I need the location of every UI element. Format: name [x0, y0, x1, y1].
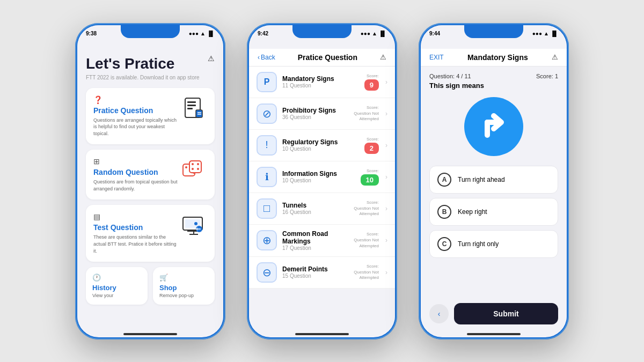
demerit-sub: 15 Question — [282, 273, 348, 279]
question-score: Score: 1 — [536, 73, 558, 79]
information-score: 10 — [361, 174, 379, 186]
mandatory-chevron-icon: › — [385, 78, 387, 86]
test-title: Test Question — [93, 223, 179, 232]
list-item-information[interactable]: ℹ Information Signs 10 Question Score: 1… — [249, 161, 395, 193]
shop-card[interactable]: 🛒 Shop Remove pop-up — [153, 267, 215, 305]
test-question-card[interactable]: ▤ Test Question These are questions simi… — [86, 205, 215, 262]
phone3-content: Question: 4 / 11 Score: 1 This sign mean… — [421, 67, 567, 298]
practice-title: Pratice Question — [93, 106, 179, 115]
svg-rect-3 — [187, 108, 193, 109]
list-item-regulatory[interactable]: ! Regulartory Signs 10 Question Score: 2… — [249, 130, 395, 161]
time-1: 9:38 — [86, 31, 97, 36]
random-img — [180, 157, 207, 184]
option-b[interactable]: B Keep right — [429, 198, 558, 226]
information-icon: ℹ — [257, 167, 277, 187]
prohibitory-chevron-icon: › — [385, 110, 387, 117]
demerit-score-wrap: Score: Question NotAttempted — [354, 264, 379, 281]
sign-display — [429, 97, 558, 156]
back-label: Back — [261, 54, 275, 61]
regulatory-score-label: Score: — [367, 137, 379, 142]
tunnels-sub: 16 Question — [282, 209, 348, 215]
list-item-demerit[interactable]: ⊖ Demerit Points 15 Question Score: Ques… — [249, 257, 395, 289]
phone2-list: P Mandatory Signs 11 Question Score: 9 ›… — [249, 67, 395, 330]
battery-icon-3: ▐▌ — [551, 31, 558, 36]
shop-title: Shop — [159, 284, 208, 292]
bottom-row: 🕐 History View your 🛒 Shop Remove pop-up — [86, 267, 215, 305]
road-markings-info: Common Road Markings 17 Question — [282, 230, 348, 251]
list-item-mandatory[interactable]: P Mandatory Signs 11 Question Score: 9 › — [249, 67, 395, 98]
prohibitory-icon: ⊘ — [257, 104, 277, 124]
information-score-label: Score: — [367, 168, 379, 173]
signal-icon: ●●● — [189, 31, 199, 36]
page-subtitle-1: FTT 2022 is available. Download it on ap… — [86, 75, 215, 80]
phone3-alert-icon: ⚠ — [552, 53, 558, 61]
regulatory-sub: 10 Question — [282, 146, 359, 152]
status-icons-1: ●●● ▲ ▐▌ — [189, 31, 215, 36]
information-score-wrap: Score: 10 — [361, 168, 379, 186]
random-question-card[interactable]: ⊞ Random Question Questions are from top… — [86, 150, 215, 200]
svg-point-18 — [194, 222, 197, 225]
notch-3 — [464, 25, 523, 38]
status-icons-2: ●●● ▲ ▐▌ — [361, 31, 386, 36]
notch-1 — [121, 25, 180, 38]
back-button[interactable]: ‹ Back — [258, 54, 275, 61]
question-meta: Question: 4 / 11 Score: 1 — [429, 73, 558, 79]
prev-question-button[interactable]: ‹ — [429, 304, 449, 323]
battery-icon-2: ▐▌ — [379, 31, 386, 36]
wifi-icon-3: ▲ — [544, 31, 549, 36]
shop-desc: Remove pop-up — [159, 293, 208, 298]
prev-arrow-icon: ‹ — [438, 309, 441, 318]
test-img — [180, 212, 207, 239]
prohibitory-info: Prohibitory Signs 36 Question — [282, 107, 348, 120]
wifi-icon-2: ▲ — [372, 31, 377, 36]
practice-img — [180, 95, 207, 122]
practice-desc: Questions are arranged topically which i… — [93, 117, 179, 137]
road-markings-sub: 17 Question — [282, 245, 348, 251]
mandatory-name: Mandatory Signs — [282, 75, 359, 83]
option-c[interactable]: C Turn right only — [429, 230, 558, 258]
question-number: Question: 4 / 11 — [429, 73, 471, 79]
phone-1: 9:38 ●●● ▲ ▐▌ ⚠ Let's Pratice FTT 2022 i… — [75, 23, 225, 339]
submit-button[interactable]: Submit — [454, 303, 558, 324]
practice-question-card[interactable]: ❓ Pratice Question Questions are arrange… — [86, 88, 215, 145]
road-markings-score: Question NotAttempted — [354, 238, 379, 249]
list-item-road-markings[interactable]: ⊕ Common Road Markings 17 Question Score… — [249, 225, 395, 257]
svg-point-8 — [185, 166, 187, 168]
road-markings-icon: ⊕ — [257, 230, 277, 250]
phone3-footer: ‹ Submit — [421, 298, 567, 330]
random-title: Random Question — [93, 168, 179, 176]
traffic-sign-circle — [464, 97, 523, 156]
road-markings-score-wrap: Score: Question NotAttempted — [354, 232, 379, 249]
demerit-name: Demerit Points — [282, 265, 348, 273]
option-a[interactable]: A Turn right ahead — [429, 166, 558, 194]
prohibitory-name: Prohibitory Signs — [282, 107, 348, 114]
time-3: 9:44 — [429, 31, 440, 36]
back-chevron-icon: ‹ — [258, 54, 260, 61]
svg-rect-2 — [187, 105, 196, 106]
prohibitory-score-label: Score: — [367, 105, 379, 110]
status-bar-1: 9:38 ●●● ▲ ▐▌ — [77, 25, 223, 49]
wifi-icon: ▲ — [200, 31, 206, 36]
regulatory-info: Regulartory Signs 10 Question — [282, 138, 359, 152]
demerit-score: Question NotAttempted — [354, 270, 379, 281]
list-item-tunnels[interactable]: □ Tunnels 16 Question Score: Question No… — [249, 193, 395, 225]
alert-icon-1: ⚠ — [208, 54, 215, 63]
random-desc: Questions are from topical question but … — [93, 179, 179, 192]
test-desc: These are questions similar to the actua… — [93, 234, 179, 254]
history-card[interactable]: 🕐 History View your — [86, 267, 148, 305]
svg-point-13 — [197, 163, 199, 165]
mandatory-score: 9 — [364, 79, 379, 91]
option-c-text: Turn right only — [458, 240, 499, 248]
svg-point-15 — [197, 168, 199, 170]
mandatory-score-wrap: Score: 9 — [364, 73, 379, 91]
list-item-prohibitory[interactable]: ⊘ Prohibitory Signs 36 Question Score: Q… — [249, 98, 395, 130]
exit-button[interactable]: EXIT — [429, 54, 444, 61]
information-info: Information Signs 10 Question — [282, 170, 355, 183]
svg-point-14 — [192, 168, 194, 170]
option-b-text: Keep right — [458, 208, 487, 216]
prohibitory-score-wrap: Score: Question NotAttempted — [354, 105, 379, 122]
road-markings-name: Common Road Markings — [282, 230, 348, 245]
phone2-header: ‹ Back Pratice Question ⚠ — [249, 49, 395, 67]
phone-2: 9:42 ●●● ▲ ▐▌ ‹ Back Pratice Question ⚠ — [247, 23, 397, 339]
phone1-content: Let's Pratice FTT 2022 is available. Dow… — [77, 49, 223, 330]
